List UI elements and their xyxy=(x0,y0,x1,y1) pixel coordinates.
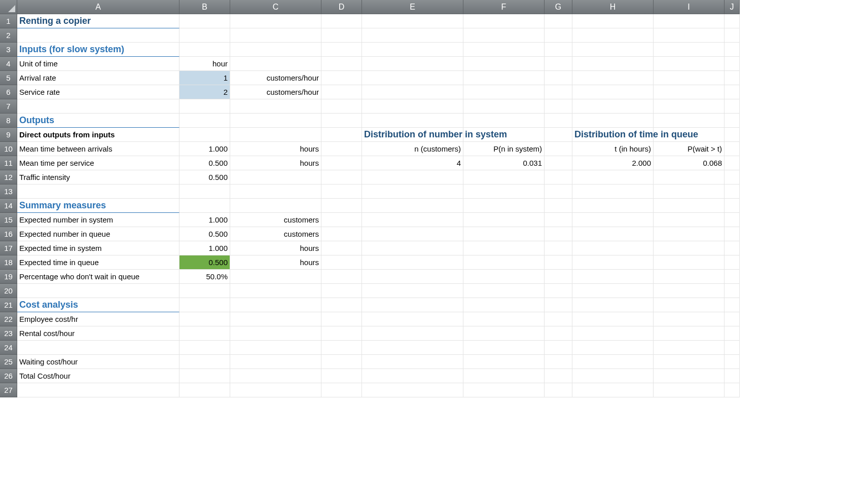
cell-F4[interactable] xyxy=(463,57,545,71)
cell-J22[interactable] xyxy=(725,312,740,326)
cell-E25[interactable] xyxy=(362,355,463,369)
cell-H21[interactable] xyxy=(572,298,654,312)
row-header-3[interactable]: 3 xyxy=(0,43,17,57)
cell-C20[interactable] xyxy=(230,284,321,298)
cell-A17[interactable]: Expected time in system xyxy=(17,241,179,255)
cell-C13[interactable] xyxy=(230,185,321,199)
col-header-H[interactable]: H xyxy=(572,0,654,14)
cell-B27[interactable] xyxy=(179,383,230,397)
row-header-26[interactable]: 26 xyxy=(0,369,17,383)
cell-B3[interactable] xyxy=(179,43,230,57)
cell-H20[interactable] xyxy=(572,284,654,298)
cell-F17[interactable] xyxy=(463,241,545,255)
cell-C24[interactable] xyxy=(230,341,321,355)
cell-J19[interactable] xyxy=(725,270,740,284)
cell-C12[interactable] xyxy=(230,170,321,185)
cell-E4[interactable] xyxy=(362,57,463,71)
cell-G7[interactable] xyxy=(545,99,572,114)
cell-I2[interactable] xyxy=(654,28,725,43)
cell-I9[interactable] xyxy=(654,128,725,142)
cell-J27[interactable] xyxy=(725,383,740,397)
cell-B17[interactable]: 1.000 xyxy=(179,241,230,255)
cell-E18[interactable] xyxy=(362,255,463,270)
col-header-J[interactable]: J xyxy=(725,0,740,14)
cell-B10[interactable]: 1.000 xyxy=(179,142,230,156)
cell-I4[interactable] xyxy=(654,57,725,71)
row-header-20[interactable]: 20 xyxy=(0,284,17,298)
row-header-19[interactable]: 19 xyxy=(0,270,17,284)
cell-B9[interactable] xyxy=(179,128,230,142)
cell-I26[interactable] xyxy=(654,369,725,383)
cell-H19[interactable] xyxy=(572,270,654,284)
cell-C4[interactable] xyxy=(230,57,321,71)
cell-D17[interactable] xyxy=(321,241,362,255)
cell-A21[interactable]: Cost analysis xyxy=(17,298,179,312)
cell-A7[interactable] xyxy=(17,99,179,114)
cell-I7[interactable] xyxy=(654,99,725,114)
cell-A11[interactable]: Mean time per service xyxy=(17,156,179,170)
cell-F19[interactable] xyxy=(463,270,545,284)
cell-F2[interactable] xyxy=(463,28,545,43)
cell-C11[interactable]: hours xyxy=(230,156,321,170)
cell-D22[interactable] xyxy=(321,312,362,326)
cell-C26[interactable] xyxy=(230,369,321,383)
cell-D10[interactable] xyxy=(321,142,362,156)
row-header-25[interactable]: 25 xyxy=(0,355,17,369)
cell-H27[interactable] xyxy=(572,383,654,397)
cell-A25[interactable]: Waiting cost/hour xyxy=(17,355,179,369)
row-header-11[interactable]: 11 xyxy=(0,156,17,170)
cell-H12[interactable] xyxy=(572,170,654,185)
cell-A27[interactable] xyxy=(17,383,179,397)
cell-G26[interactable] xyxy=(545,369,572,383)
cell-F8[interactable] xyxy=(463,114,545,128)
cell-B7[interactable] xyxy=(179,99,230,114)
cell-C19[interactable] xyxy=(230,270,321,284)
cell-F15[interactable] xyxy=(463,213,545,227)
cell-A20[interactable] xyxy=(17,284,179,298)
row-header-22[interactable]: 22 xyxy=(0,312,17,326)
cell-H16[interactable] xyxy=(572,227,654,241)
cell-A4[interactable]: Unit of time xyxy=(17,57,179,71)
cell-E22[interactable] xyxy=(362,312,463,326)
cell-I10[interactable]: P(wait > t) xyxy=(654,142,725,156)
cell-B8[interactable] xyxy=(179,114,230,128)
cell-H26[interactable] xyxy=(572,369,654,383)
cell-D23[interactable] xyxy=(321,326,362,341)
cell-A26[interactable]: Total Cost/hour xyxy=(17,369,179,383)
cell-C6[interactable]: customers/hour xyxy=(230,85,321,99)
cell-H7[interactable] xyxy=(572,99,654,114)
cell-E14[interactable] xyxy=(362,199,463,213)
cell-J8[interactable] xyxy=(725,114,740,128)
cell-B4[interactable]: hour xyxy=(179,57,230,71)
cell-A9[interactable]: Direct outputs from inputs xyxy=(17,128,179,142)
cell-B22[interactable] xyxy=(179,312,230,326)
row-header-27[interactable]: 27 xyxy=(0,383,17,397)
cell-J23[interactable] xyxy=(725,326,740,341)
cell-F7[interactable] xyxy=(463,99,545,114)
cell-B15[interactable]: 1.000 xyxy=(179,213,230,227)
cell-B18[interactable]: 0.500 xyxy=(179,255,230,270)
cell-G23[interactable] xyxy=(545,326,572,341)
cell-A23[interactable]: Rental cost/hour xyxy=(17,326,179,341)
cell-H22[interactable] xyxy=(572,312,654,326)
row-header-5[interactable]: 5 xyxy=(0,71,17,85)
cell-J3[interactable] xyxy=(725,43,740,57)
cell-H13[interactable] xyxy=(572,185,654,199)
cell-E12[interactable] xyxy=(362,170,463,185)
cell-D6[interactable] xyxy=(321,85,362,99)
row-header-4[interactable]: 4 xyxy=(0,57,17,71)
cell-H11[interactable]: 2.000 xyxy=(572,156,654,170)
cell-F13[interactable] xyxy=(463,185,545,199)
cell-C17[interactable]: hours xyxy=(230,241,321,255)
cell-G5[interactable] xyxy=(545,71,572,85)
cell-E5[interactable] xyxy=(362,71,463,85)
cell-I5[interactable] xyxy=(654,71,725,85)
cell-A19[interactable]: Percentage who don't wait in queue xyxy=(17,270,179,284)
cell-B5[interactable]: 1 xyxy=(179,71,230,85)
cell-J15[interactable] xyxy=(725,213,740,227)
cell-D1[interactable] xyxy=(321,14,362,28)
cell-G17[interactable] xyxy=(545,241,572,255)
col-header-G[interactable]: G xyxy=(545,0,572,14)
col-header-C[interactable]: C xyxy=(230,0,321,14)
row-header-14[interactable]: 14 xyxy=(0,199,17,213)
